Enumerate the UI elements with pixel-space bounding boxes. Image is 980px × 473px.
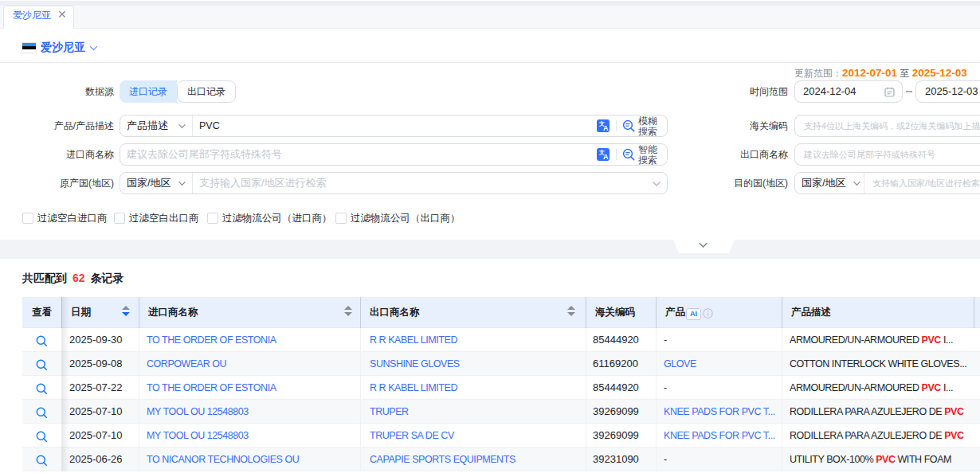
svg-text:A: A (603, 124, 609, 132)
svg-text:A: A (603, 153, 609, 161)
